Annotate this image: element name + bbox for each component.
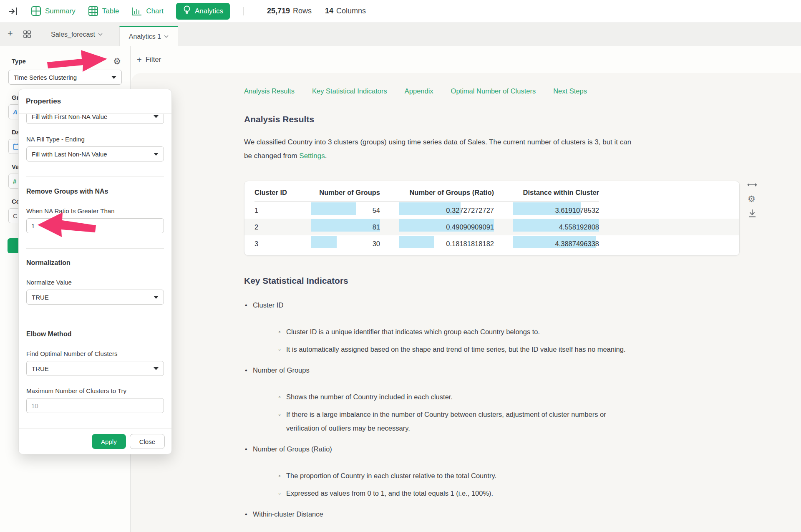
find-optimal-clusters-label: Find Optimal Number of Clusters — [26, 350, 164, 357]
chart-label: Chart — [146, 7, 164, 15]
lightbulb-icon — [183, 5, 191, 17]
download-icon[interactable] — [748, 209, 756, 219]
rows-count: 25,719 — [267, 7, 290, 15]
app-window: Summary Table Chart Analytics 25,719 Row… — [0, 0, 801, 532]
elbow-method-heading: Elbow Method — [26, 330, 164, 338]
na-fill-beginning-select[interactable]: Fill with First Non-NA Value — [26, 114, 164, 124]
dataset-stats: 25,719 Rows 14 Columns — [267, 7, 366, 15]
apply-button[interactable]: Apply — [92, 434, 126, 449]
settings-link[interactable]: Settings — [299, 152, 325, 160]
report-panel: Analysis Results Key Statistical Indicat… — [131, 73, 801, 532]
settings-gear-icon[interactable]: ⚙ — [113, 57, 121, 66]
value-bar — [311, 202, 356, 215]
list-item: It is automatically assigned based on th… — [278, 344, 741, 354]
report-nav: Analysis Results Key Statistical Indicat… — [244, 87, 741, 95]
header-distance-within-cluster: Distance within Cluster — [513, 189, 599, 197]
toolbar-divider — [243, 7, 244, 15]
na-ratio-input[interactable] — [26, 218, 164, 233]
indicator-list: Cluster ID Cluster ID is a unique identi… — [244, 300, 741, 519]
tab-dataset[interactable]: Sales_forecast — [42, 23, 112, 46]
caret-down-icon — [154, 296, 159, 299]
top-toolbar: Summary Table Chart Analytics 25,719 Row… — [0, 0, 801, 23]
nav-appendix[interactable]: Appendix — [405, 87, 433, 95]
chevron-down-icon — [98, 33, 103, 36]
caret-down-icon — [154, 153, 159, 156]
resize-width-icon[interactable] — [747, 182, 758, 190]
list-item: Cluster ID Cluster ID is a unique identi… — [244, 300, 741, 354]
properties-popup-footer: Apply Close — [19, 429, 171, 454]
tab-overview-icon[interactable] — [23, 30, 31, 40]
analytics-label: Analytics — [195, 7, 223, 15]
cluster-summary-table: Cluster ID Number of Groups Number of Gr… — [244, 181, 740, 256]
na-fill-ending-label: NA Fill Type - Ending — [26, 136, 164, 143]
summary-view-button[interactable]: Summary — [31, 6, 76, 16]
caret-down-icon — [111, 76, 116, 79]
caret-down-icon — [154, 367, 159, 370]
find-optimal-clusters-select[interactable]: TRUE — [26, 361, 164, 376]
nav-analysis-results[interactable]: Analysis Results — [244, 87, 295, 95]
normalize-value-select[interactable]: TRUE — [26, 290, 164, 305]
nav-key-statistical-indicators[interactable]: Key Statistical Indicators — [312, 87, 387, 95]
add-filter-button[interactable]: + Filter — [137, 55, 161, 64]
max-clusters-label: Maximum Number of Clusters to Try — [26, 387, 164, 394]
table-view-button[interactable]: Table — [88, 6, 119, 16]
value-bar — [399, 236, 434, 248]
na-fill-ending-select[interactable]: Fill with Last Non-NA Value — [26, 146, 164, 161]
tab-analytics-label: Analytics 1 — [129, 33, 161, 40]
list-item: Shows the number of Country included in … — [278, 392, 741, 402]
filter-label: Filter — [146, 55, 161, 64]
value-bar — [311, 219, 380, 232]
tab-analytics[interactable]: Analytics 1 — [119, 26, 178, 46]
normalize-value-label: Normalize Value — [26, 279, 164, 286]
table-header-row: Cluster ID Number of Groups Number of Gr… — [244, 184, 739, 202]
properties-title: Properties — [26, 97, 61, 106]
divider — [26, 248, 164, 249]
chart-icon — [131, 6, 142, 16]
analytics-type-value: Time Series Clustering — [14, 74, 77, 81]
normalization-heading: Normalization — [26, 259, 164, 267]
properties-popup-body: Fill with First Non-NA Value NA Fill Typ… — [19, 114, 171, 429]
plus-icon: + — [137, 55, 142, 64]
columns-label: Columns — [336, 7, 366, 15]
analytics-type-select[interactable]: Time Series Clustering — [8, 70, 122, 85]
filter-bar: + Filter — [131, 46, 801, 73]
analysis-summary-paragraph: We classified Country into 3 clusters (g… — [244, 135, 741, 163]
paragraph-line-1: We classified Country into 3 clusters (g… — [244, 135, 741, 149]
collapse-sidebar-icon[interactable] — [7, 5, 19, 18]
properties-popup-header: Properties — [19, 89, 171, 114]
add-tab-button[interactable]: + — [8, 29, 13, 38]
chevron-down-icon — [164, 35, 169, 38]
header-number-of-groups-ratio: Number of Groups (Ratio) — [399, 189, 494, 197]
divider — [26, 319, 164, 319]
paragraph-line-2: be changed from Settings. — [244, 149, 741, 163]
value-bar — [311, 236, 337, 248]
header-cluster-id: Cluster ID — [254, 189, 305, 197]
tab-bar: + Sales_forecast Analytics 1 — [0, 23, 801, 46]
chart-view-button[interactable]: Chart — [131, 6, 164, 16]
nav-optimal-number-of-clusters[interactable]: Optimal Number of Clusters — [451, 87, 536, 95]
divider — [26, 176, 164, 177]
analysis-results-heading: Analysis Results — [244, 114, 741, 124]
list-item: Within-cluster Distance — [244, 509, 741, 519]
list-item: The proportion of Country in each cluste… — [278, 471, 741, 481]
table-label: Table — [102, 7, 119, 15]
na-ratio-label: When NA Ratio Is Greater Than — [26, 207, 164, 214]
remove-groups-heading: Remove Groups with NAs — [26, 188, 164, 195]
nav-next-steps[interactable]: Next Steps — [553, 87, 587, 95]
summary-label: Summary — [45, 7, 76, 15]
tab-dataset-label: Sales_forecast — [51, 31, 95, 38]
analytics-view-button[interactable]: Analytics — [176, 3, 230, 20]
list-item: Number of Groups (Ratio) The proportion … — [244, 444, 741, 498]
chart-settings-gear-icon[interactable]: ⚙ — [748, 194, 756, 203]
table-row: 3 30 0.18181818182 4.3887496338 — [244, 235, 739, 252]
header-number-of-groups: Number of Groups — [311, 189, 380, 197]
max-clusters-input[interactable] — [26, 398, 164, 413]
rows-label: Rows — [293, 7, 312, 15]
list-item: Number of Groups Shows the number of Cou… — [244, 365, 741, 433]
close-button[interactable]: Close — [130, 434, 165, 449]
columns-count: 14 — [325, 7, 333, 15]
summary-icon — [31, 6, 41, 16]
list-item: Expressed as values from 0 to 1, and the… — [278, 488, 741, 498]
table-row: 1 54 0.32727272727 3.6191078532 — [244, 202, 739, 219]
type-label: Type — [12, 58, 26, 65]
